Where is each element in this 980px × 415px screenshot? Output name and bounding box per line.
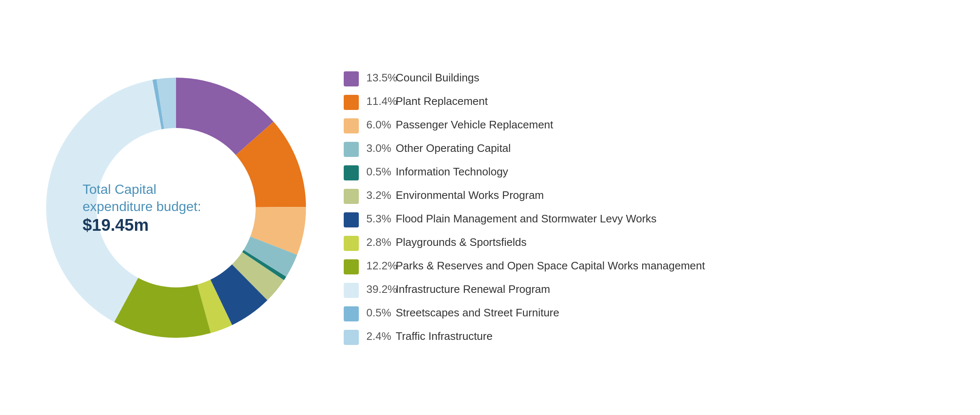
chart-label-line1: Total Capitalexpenditure budget: — [83, 180, 201, 215]
legend-pct: 12.2% — [366, 258, 396, 273]
legend-text: 2.4%Traffic Infrastructure — [366, 329, 493, 344]
legend-item: 39.2%Infrastructure Renewal Program — [344, 282, 946, 298]
legend-text: 0.5%Streetscapes and Street Furniture — [366, 305, 559, 320]
legend-item: 3.0%Other Operating Capital — [344, 141, 946, 157]
chart-center-text: Total Capitalexpenditure budget: $19.45m — [83, 180, 201, 234]
legend-pct: 5.3% — [366, 211, 396, 226]
legend-item: 0.5%Streetscapes and Street Furniture — [344, 305, 946, 321]
legend-item: 11.4%Plant Replacement — [344, 94, 946, 110]
legend-item: 0.5%Information Technology — [344, 164, 946, 180]
legend-text: 0.5%Information Technology — [366, 164, 508, 179]
legend-swatch — [344, 306, 359, 321]
legend-text: 12.2%Parks & Reserves and Open Space Cap… — [366, 258, 705, 273]
donut-chart-wrapper: Total Capitalexpenditure budget: $19.45m — [34, 65, 319, 350]
legend-container: 13.5%Council Buildings11.4%Plant Replace… — [344, 70, 946, 345]
legend-text: 3.2%Environmental Works Program — [366, 188, 544, 203]
legend-swatch — [344, 236, 359, 251]
legend-label: Infrastructure Renewal Program — [396, 283, 550, 295]
legend-text: 11.4%Plant Replacement — [366, 94, 488, 109]
legend-pct: 3.2% — [366, 188, 396, 203]
legend-pct: 0.5% — [366, 305, 396, 320]
legend-swatch — [344, 212, 359, 227]
legend-label: Plant Replacement — [396, 95, 488, 107]
legend-item: 12.2%Parks & Reserves and Open Space Cap… — [344, 258, 946, 274]
legend-swatch — [344, 259, 359, 274]
legend-swatch — [344, 165, 359, 180]
legend-label: Passenger Vehicle Replacement — [396, 118, 553, 131]
legend-label: Flood Plain Management and Stormwater Le… — [396, 212, 656, 225]
legend-swatch — [344, 330, 359, 345]
legend-label: Information Technology — [396, 165, 508, 178]
legend-swatch — [344, 189, 359, 204]
legend-text: 39.2%Infrastructure Renewal Program — [366, 282, 550, 297]
legend-pct: 6.0% — [366, 117, 396, 132]
legend-pct: 2.4% — [366, 329, 396, 344]
legend-pct: 39.2% — [366, 282, 396, 297]
legend-text: 13.5%Council Buildings — [366, 70, 479, 85]
legend-pct: 3.0% — [366, 141, 396, 156]
legend-pct: 0.5% — [366, 164, 396, 179]
legend-pct: 2.8% — [366, 235, 396, 250]
legend-text: 3.0%Other Operating Capital — [366, 141, 511, 156]
legend-item: 2.4%Traffic Infrastructure — [344, 329, 946, 345]
legend-label: Traffic Infrastructure — [396, 330, 493, 342]
legend-text: 6.0%Passenger Vehicle Replacement — [366, 117, 553, 132]
legend-label: Playgrounds & Sportsfields — [396, 236, 526, 248]
legend-pct: 11.4% — [366, 94, 396, 109]
legend-text: 5.3%Flood Plain Management and Stormwate… — [366, 211, 656, 226]
legend-label: Streetscapes and Street Furniture — [396, 306, 559, 319]
legend-item: 6.0%Passenger Vehicle Replacement — [344, 117, 946, 133]
legend-item: 13.5%Council Buildings — [344, 70, 946, 86]
legend-label: Council Buildings — [396, 71, 479, 84]
legend-label: Parks & Reserves and Open Space Capital … — [396, 259, 705, 272]
legend-swatch — [344, 283, 359, 298]
legend-swatch — [344, 118, 359, 133]
legend-swatch — [344, 95, 359, 110]
legend-pct: 13.5% — [366, 70, 396, 85]
legend-swatch — [344, 71, 359, 86]
legend-label: Other Operating Capital — [396, 142, 511, 154]
legend-text: 2.8%Playgrounds & Sportsfields — [366, 235, 526, 250]
legend-swatch — [344, 142, 359, 157]
page-container: Total Capitalexpenditure budget: $19.45m… — [0, 0, 980, 415]
legend-label: Environmental Works Program — [396, 189, 544, 201]
legend-item: 3.2%Environmental Works Program — [344, 188, 946, 204]
legend-item: 5.3%Flood Plain Management and Stormwate… — [344, 211, 946, 227]
legend-item: 2.8%Playgrounds & Sportsfields — [344, 235, 946, 251]
chart-value: $19.45m — [83, 216, 201, 235]
